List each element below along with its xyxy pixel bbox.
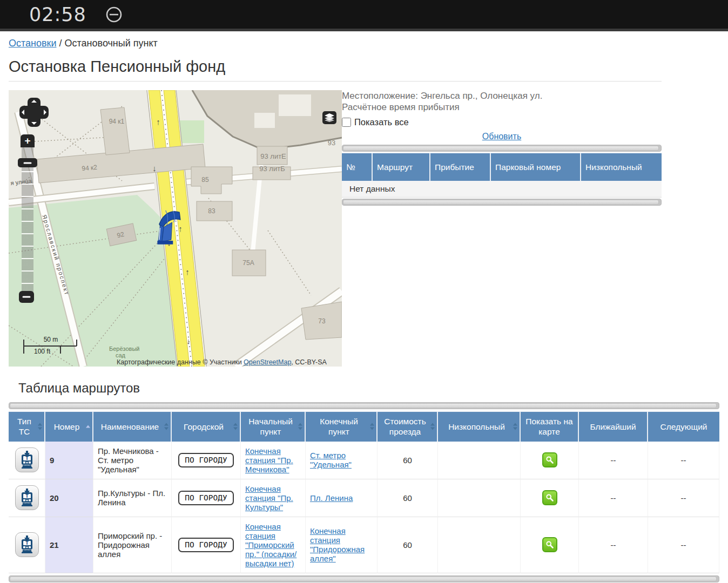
start-point-link[interactable]: Конечная станция "Приморский пр." (посад… [245,522,296,568]
svg-text:83: 83 [208,207,215,215]
route-row: T 21 Приморский пр. - Придорожная аллея … [9,517,719,573]
arrivals-header-1: Маршрут [373,153,430,181]
routes-header-1[interactable]: Номер [45,411,93,442]
route-low-floor [438,442,521,479]
route-fare: 60 [378,442,438,479]
svg-text:↑: ↑ [156,117,160,126]
routes-header-0[interactable]: Тип ТС [9,411,45,442]
show-on-map-button[interactable] [542,452,557,467]
sort-icon[interactable] [370,423,374,430]
routes-header-2[interactable]: Наименование [93,411,172,442]
arrivals-empty-cell: Нет данных [342,181,662,198]
route-type-cell: T [9,442,45,479]
routes-header-3[interactable]: Городской [172,411,241,442]
routes-header-9: Ближайший [579,411,648,442]
arrivals-header-2: Прибытие [430,153,491,181]
route-start-cell: Конечная станция "Пр. Мечникова" [241,442,306,479]
show-all-row: Показать все [342,117,662,127]
city-badge: ПО ГОРОДУ [178,453,234,467]
svg-text:↑: ↑ [178,224,183,233]
routes-hscroll-top[interactable] [9,402,719,409]
sort-icon[interactable] [513,423,517,430]
arrivals-header-4: Низкопольный [581,153,662,181]
svg-text:T: T [25,541,29,546]
start-point-link[interactable]: Конечная станция "Пр. Культуры" [245,484,293,512]
sort-icon[interactable] [38,423,42,430]
arrivals-hscroll-bottom[interactable] [342,199,662,206]
pan-right-icon[interactable] [44,110,46,115]
pan-up-icon[interactable] [31,100,37,103]
arrivals-hscroll-top[interactable] [342,145,662,152]
routes-header-10: Следующий [648,411,719,442]
route-low-floor [438,517,521,573]
route-low-floor [438,479,521,517]
route-map-cell [521,442,579,479]
routes-header-7[interactable]: Низкопольный [438,411,521,442]
svg-text:T: T [25,456,29,461]
routes-hscroll-bottom[interactable] [9,575,719,582]
osm-link[interactable]: OpenStreetMap [244,358,291,366]
svg-text:94 к2: 94 к2 [82,164,98,172]
breadcrumb-stops-link[interactable]: Остановки [9,38,57,49]
show-on-map-button[interactable] [542,537,557,552]
sort-icon[interactable] [298,423,302,430]
tram-icon: T [15,532,39,557]
route-name: Пр. Мечникова - Ст. метро "Удельная" [93,442,172,479]
stop-location: Местоположение: Энгельса пр., Олонецкая … [342,90,662,101]
svg-text:100 ft: 100 ft [34,348,51,355]
show-all-checkbox[interactable] [342,118,351,127]
svg-text:Берёзовый: Берёзовый [109,345,140,352]
show-all-label: Показать все [354,117,409,127]
route-type-cell: T [9,517,45,573]
routes-header-8: Показать на карте [521,411,579,442]
page-title: Остановка Пенсионный фонд [9,58,719,76]
status-bar: 02:58 [0,0,728,31]
breadcrumb-separator: / [57,38,65,49]
end-point-link[interactable]: Конечная станция "Придорожная аллея" [310,526,365,563]
sort-icon[interactable] [233,423,238,430]
routes-header-4[interactable]: Начальный пункт [241,411,306,442]
route-start-cell: Конечная станция "Приморский пр." (посад… [241,517,306,573]
map-pan-control[interactable] [19,98,49,127]
layer-switcher-button[interactable] [322,111,336,124]
svg-text:73: 73 [318,317,326,325]
show-on-map-button[interactable] [542,490,557,505]
route-fare: 60 [378,479,438,517]
pan-left-icon[interactable] [22,110,24,115]
pan-down-icon[interactable] [31,122,37,125]
route-row: T 9 Пр. Мечникова - Ст. метро "Удельная"… [9,442,719,479]
zoom-slider-track[interactable] [22,147,33,292]
routes-header-5[interactable]: Конечный пункт [306,411,378,442]
arrivals-table: №МаршрутПрибытиеПарковый номерНизкопольн… [342,153,662,198]
city-badge: ПО ГОРОДУ [178,491,234,505]
start-point-link[interactable]: Конечная станция "Пр. Мечникова" [245,446,293,474]
sort-icon[interactable] [430,423,435,430]
svg-text:↓: ↓ [152,164,157,173]
map-attribution: Картографические данные © Участники Open… [117,358,327,366]
svg-text:сад: сад [116,352,126,358]
svg-text:75А: 75А [242,259,254,267]
clock: 02:58 [29,4,86,25]
breadcrumb: Остановки / Остановочный пункт [9,38,719,49]
route-name: Приморский пр. - Придорожная аллея [93,517,172,573]
route-number: 21 [45,517,93,573]
zoom-in-button[interactable]: + [21,134,35,147]
end-point-link[interactable]: Ст. метро "Удельная" [310,451,352,469]
zoom-out-button[interactable] [19,291,34,303]
sort-icon[interactable] [164,423,168,430]
end-point-link[interactable]: Пл. Ленина [310,493,353,503]
refresh-link[interactable]: Обновить [482,132,521,141]
arrival-title: Расчётное время прибытия [342,101,662,113]
route-number: 20 [45,479,93,517]
route-name: Пр.Культуры - Пл. Ленина [93,479,172,517]
route-end-cell: Конечная станция "Придорожная аллея" [306,517,378,573]
zoom-slider-handle[interactable] [18,158,37,167]
route-city-cell: ПО ГОРОДУ [172,479,241,517]
route-fare: 60 [378,517,438,573]
route-map-cell [521,479,579,517]
routes-header-6[interactable]: Стоимость проезда [378,411,438,442]
arrivals-header-0: № [342,153,373,181]
sort-asc-icon[interactable] [86,425,90,428]
map[interactable]: 94 к2 94 к1 85 83 92 75А 73 93 литЕ 93 л… [9,90,342,367]
svg-text:50 m: 50 m [44,336,58,343]
